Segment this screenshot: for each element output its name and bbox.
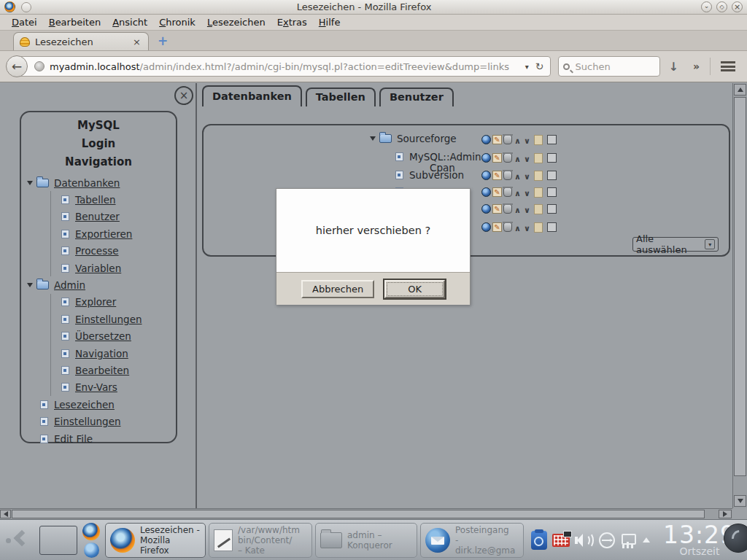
cancel-button[interactable]: Abbrechen (301, 280, 374, 298)
trash-icon[interactable] (503, 135, 512, 144)
menu-extras[interactable]: Extras (271, 15, 313, 29)
new-tab-button[interactable]: + (155, 34, 171, 48)
scroll-left-button[interactable] (0, 510, 11, 518)
expander-icon[interactable] (370, 136, 376, 141)
sidebar-item-processe[interactable]: Processe (50, 243, 176, 260)
sidebar-item-uebersetzen[interactable]: Übersetzen (50, 328, 176, 345)
browser-launcher-icon[interactable] (84, 542, 99, 558)
url-bar[interactable]: myadmin.localhost /admin/index.html?/adm… (18, 56, 551, 77)
row-checkbox[interactable] (547, 204, 557, 214)
sidebar-close-icon[interactable]: × (174, 86, 193, 105)
sidebar-item-datenbanken[interactable]: Datenbanken (21, 174, 176, 191)
globe-icon[interactable] (481, 135, 491, 144)
trash-icon[interactable] (503, 204, 512, 214)
menu-ansicht[interactable]: Ansicht (107, 15, 153, 29)
vertical-scroll-thumb[interactable] (734, 97, 746, 476)
select-all-dropdown[interactable]: Alle auswählen (632, 237, 719, 252)
globe-icon[interactable] (481, 153, 491, 163)
klipper-icon[interactable] (531, 531, 547, 550)
move-up-icon[interactable] (514, 185, 522, 199)
app-launcher-icon[interactable] (1, 524, 39, 557)
sidebar-item-navigation[interactable]: Navigation (50, 345, 176, 362)
expander-icon[interactable] (27, 283, 33, 287)
close-button[interactable] (732, 1, 743, 12)
trash-icon[interactable] (503, 187, 512, 197)
sidebar-item-admin[interactable]: Admin (21, 276, 176, 293)
tab-tabellen[interactable]: Tabellen (306, 88, 376, 106)
move-up-icon[interactable] (514, 168, 522, 182)
page-icon[interactable] (534, 222, 543, 233)
sidebar-item-lesezeichen[interactable]: Lesezeichen (21, 396, 176, 413)
menu-lesezeichen[interactable]: Lesezeichen (201, 15, 271, 29)
sidebar-item-env-vars[interactable]: Env-Vars (50, 379, 176, 396)
menu-hamburger-icon[interactable] (721, 61, 735, 71)
window-menu-button[interactable] (21, 2, 31, 12)
edit-icon[interactable] (492, 187, 502, 197)
trash-icon[interactable] (503, 171, 512, 180)
move-up-icon[interactable] (514, 133, 522, 147)
edit-icon[interactable] (492, 135, 502, 144)
search-input[interactable] (576, 61, 649, 72)
back-button[interactable]: ← (6, 55, 28, 77)
scroll-up-button[interactable] (734, 84, 746, 96)
horizontal-scroll-thumb[interactable] (12, 510, 705, 518)
firefox-launcher-icon[interactable] (82, 523, 100, 540)
menu-bearbeiten[interactable]: Bearbeiten (43, 15, 107, 29)
menu-chronik[interactable]: Chronik (153, 15, 201, 29)
page-icon[interactable] (534, 204, 543, 214)
tray-expander-icon[interactable] (643, 537, 650, 542)
downloads-icon[interactable]: ↓ (660, 60, 687, 74)
sidebar-item-tabellen[interactable]: Tabellen (50, 191, 176, 208)
scroll-down-button[interactable] (734, 495, 746, 507)
desktop-pager[interactable] (39, 526, 77, 555)
tree-row[interactable]: Subversion (395, 168, 468, 182)
sidebar-item-einstellungen[interactable]: Einstellungen (50, 311, 176, 327)
edit-icon[interactable] (492, 222, 502, 232)
keyboard-layout-icon[interactable] (552, 534, 570, 547)
reload-icon[interactable]: ↻ (534, 61, 546, 72)
panel-cashew-icon[interactable] (724, 524, 747, 553)
row-checkbox[interactable] (547, 153, 557, 163)
search-icon[interactable] (563, 63, 570, 70)
globe-icon[interactable] (481, 187, 491, 197)
overflow-icon[interactable]: » (687, 61, 705, 72)
page-icon[interactable] (534, 153, 543, 163)
expander-icon[interactable] (27, 181, 33, 185)
site-identity-icon[interactable] (34, 61, 44, 71)
display-network-icon[interactable] (620, 532, 636, 548)
globe-icon[interactable] (481, 171, 491, 180)
horizontal-scrollbar[interactable] (0, 508, 732, 519)
maximize-button[interactable] (716, 1, 727, 12)
volume-icon[interactable] (575, 532, 594, 549)
tab-datenbanken[interactable]: Datenbanken (202, 85, 302, 106)
ok-button[interactable]: OK (384, 280, 445, 298)
edit-icon[interactable] (492, 171, 502, 180)
move-down-icon[interactable] (523, 220, 531, 234)
move-up-icon[interactable] (514, 202, 522, 216)
move-down-icon[interactable] (523, 168, 531, 182)
globe-icon[interactable] (481, 222, 491, 232)
sidebar-item-einstellungen-2[interactable]: Einstellungen (21, 413, 176, 429)
vertical-scrollbar[interactable] (732, 83, 747, 508)
search-bar[interactable] (558, 56, 660, 77)
browser-tab[interactable]: Lesezeichen × (13, 32, 149, 50)
sidebar-item-edit-file[interactable]: Edit File (21, 430, 176, 447)
tree-row[interactable]: Sourceforge (370, 131, 461, 146)
scroll-right-button[interactable] (719, 510, 732, 518)
move-down-icon[interactable] (523, 151, 531, 165)
edit-icon[interactable] (492, 204, 502, 214)
sidebar-item-benutzer[interactable]: Benutzer (50, 209, 176, 225)
trash-icon[interactable] (503, 153, 512, 163)
move-up-icon[interactable] (514, 220, 522, 234)
row-checkbox[interactable] (547, 135, 557, 144)
task-kate[interactable]: /var/www/htm bin/Content/ – Kate (209, 523, 312, 558)
row-checkbox[interactable] (547, 171, 557, 180)
move-down-icon[interactable] (523, 202, 531, 216)
edit-icon[interactable] (492, 153, 502, 163)
sidebar-item-bearbeiten[interactable]: Bearbeiten (50, 362, 176, 378)
page-icon[interactable] (534, 187, 543, 198)
page-icon[interactable] (534, 171, 543, 181)
task-firefox[interactable]: Lesezeichen - Mozilla Firefox (105, 523, 206, 558)
move-down-icon[interactable] (523, 185, 531, 199)
sidebar-item-explorer[interactable]: Explorer (50, 294, 176, 311)
